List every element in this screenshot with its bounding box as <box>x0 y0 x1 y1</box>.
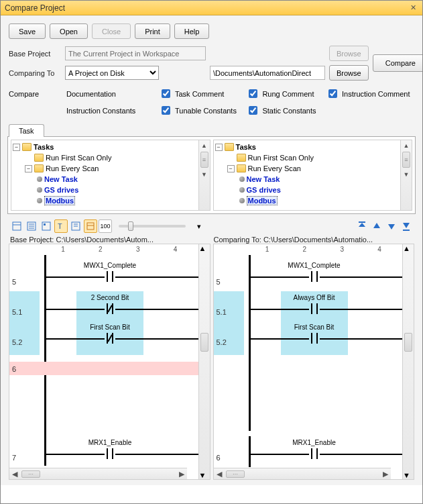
collapse-icon[interactable]: − <box>25 165 32 172</box>
collapse-icon[interactable]: − <box>227 165 235 172</box>
dropdown-icon[interactable]: ▾ <box>192 219 206 233</box>
zoom-slider[interactable] <box>119 225 186 228</box>
rung-num: 5.1 <box>217 308 227 316</box>
tree-item-modbus[interactable]: Modbus <box>247 196 278 205</box>
folder-icon <box>237 164 246 172</box>
compare-path-label: Comparing To: C:\Users\Documents\Automat… <box>214 236 414 244</box>
collapse-icon[interactable]: − <box>13 144 20 151</box>
base-ladder-pane: 1234 5 5.1 5.2 6 7 MWX1_Complete 2 Secon… <box>9 244 210 480</box>
contact-no-icon <box>309 271 320 282</box>
compare-ladder-pane: 1234 5 5.1 5.2 6 MWX1_Complete Always Of… <box>213 244 415 480</box>
rung-num: 6 <box>217 454 221 462</box>
base-tree[interactable]: −Tasks Run First Scan Only −Run Every Sc… <box>11 140 198 210</box>
comparing-to-label: Comparing To <box>9 69 61 77</box>
tree-item-new-task[interactable]: New Task <box>247 175 280 183</box>
collapse-icon[interactable]: − <box>215 144 223 151</box>
tree-item-modbus[interactable]: Modbus <box>44 196 75 205</box>
close-icon[interactable]: ✕ <box>408 3 418 12</box>
task-comment-check[interactable]: Task Comment <box>159 87 241 100</box>
nav-prev-icon[interactable] <box>370 219 383 233</box>
rung-comment-check[interactable]: Rung Comment <box>246 87 320 100</box>
bullet-icon <box>37 187 42 193</box>
compare-options: Compare Documentation Task Comment Rung … <box>9 87 414 117</box>
vscrollbar[interactable]: ▲▼ <box>198 140 210 210</box>
folder-icon <box>34 164 44 172</box>
static-constants-check[interactable]: Static Constants <box>246 104 320 117</box>
tree-item-gs-drives[interactable]: GS drives <box>247 186 281 194</box>
toolbar: T 100 ▾ <box>7 218 416 234</box>
nav-next-icon[interactable] <box>385 219 398 233</box>
tree-item-new-task[interactable]: New Task <box>44 175 78 183</box>
browse-compare-button[interactable]: Browse <box>329 65 369 81</box>
tool-icon-6[interactable] <box>84 219 97 233</box>
bullet-icon <box>239 187 245 193</box>
tree-root[interactable]: Tasks <box>236 143 256 151</box>
tool-icon-5[interactable] <box>69 219 82 233</box>
base-project-field <box>65 46 206 60</box>
comparing-to-path[interactable] <box>210 66 325 80</box>
hscrollbar[interactable]: ◀▶ <box>214 468 391 479</box>
nav-last-icon[interactable] <box>400 219 413 233</box>
contact-no-icon <box>105 448 115 459</box>
main-button-row: Save Open Close Print Help <box>9 23 414 39</box>
tree-item[interactable]: Run Every Scan <box>248 164 301 172</box>
comparing-to-select[interactable]: A Project on Disk <box>65 66 159 80</box>
rung-num: 5 <box>217 278 221 286</box>
folder-icon <box>237 154 246 162</box>
nav-first-icon[interactable] <box>355 219 369 233</box>
contact-label: Always Off Bit <box>274 294 355 301</box>
tunable-constants-check[interactable]: Tunable Constants <box>159 104 241 117</box>
svg-rect-12 <box>87 223 94 230</box>
window-title: Compare Project <box>5 3 408 13</box>
open-button[interactable]: Open <box>50 23 88 39</box>
paths-row: Base Project: C:\Users\Documents\Autom..… <box>10 236 413 244</box>
vscrollbar[interactable]: ▲▼ <box>400 140 412 210</box>
help-button[interactable]: Help <box>174 23 210 39</box>
contact-label: MRX1_Enable <box>70 439 150 446</box>
compare-button[interactable]: Compare <box>373 54 423 72</box>
tree-root[interactable]: Tasks <box>34 143 54 151</box>
svg-marker-14 <box>359 223 365 227</box>
hscrollbar[interactable]: ◀▶ <box>9 468 187 479</box>
contact-label: MWX1_Complete <box>274 262 355 269</box>
rung-num: 5 <box>12 278 16 286</box>
tab-task[interactable]: Task <box>9 124 44 137</box>
tree-item-gs-drives[interactable]: GS drives <box>44 186 78 194</box>
compare-tree-pane: −Tasks Run First Scan Only −Run Every Sc… <box>213 140 413 211</box>
svg-rect-7 <box>44 223 46 225</box>
instruction-comment-check[interactable]: Instruction Comment <box>326 87 414 100</box>
zoom-100-button[interactable]: 100 <box>99 219 112 233</box>
print-button[interactable]: Print <box>135 23 170 39</box>
rung-num: 6 <box>12 365 16 373</box>
tool-icon-3[interactable] <box>40 219 53 233</box>
compare-tree[interactable]: −Tasks Run First Scan Only −Run Every Sc… <box>214 140 401 210</box>
base-ladder[interactable]: 1234 5 5.1 5.2 6 7 MWX1_Complete 2 Secon… <box>9 244 198 479</box>
ladder-compare-area: 1234 5 5.1 5.2 6 7 MWX1_Complete 2 Secon… <box>9 244 414 480</box>
rung-num: 5.2 <box>217 338 227 346</box>
vscrollbar[interactable]: ▲▼ <box>198 244 210 479</box>
close-button: Close <box>92 23 131 39</box>
tool-icon-1[interactable] <box>10 219 23 233</box>
browse-base-button: Browse <box>329 46 369 61</box>
tool-icon-4[interactable]: T <box>54 219 68 233</box>
svg-marker-18 <box>403 223 410 228</box>
base-path-label: Base Project: C:\Users\Documents\Autom..… <box>10 236 210 244</box>
bullet-icon <box>239 198 245 203</box>
tree-compare-area: −Tasks Run First Scan Only −Run Every Sc… <box>7 136 416 214</box>
tree-item[interactable]: Run Every Scan <box>46 164 99 172</box>
contact-label: MWX1_Complete <box>70 262 150 269</box>
save-button[interactable]: Save <box>9 23 46 39</box>
bullet-icon <box>239 177 245 182</box>
title-bar: Compare Project ✕ <box>1 1 422 15</box>
tree-item[interactable]: Run First Scan Only <box>46 154 111 162</box>
folder-icon <box>22 143 32 151</box>
tool-icon-2[interactable] <box>25 219 38 233</box>
tree-item[interactable]: Run First Scan Only <box>248 154 314 162</box>
svg-rect-19 <box>403 230 410 231</box>
vscrollbar[interactable]: ▲▼ <box>402 244 414 479</box>
compare-ladder[interactable]: 1234 5 5.1 5.2 6 MWX1_Complete Always Of… <box>214 244 403 479</box>
project-form: Base Project Browse Compare Comparing To… <box>9 46 414 81</box>
contact-no-icon <box>309 448 320 459</box>
folder-icon <box>225 143 234 151</box>
contact-no-icon <box>309 333 320 344</box>
